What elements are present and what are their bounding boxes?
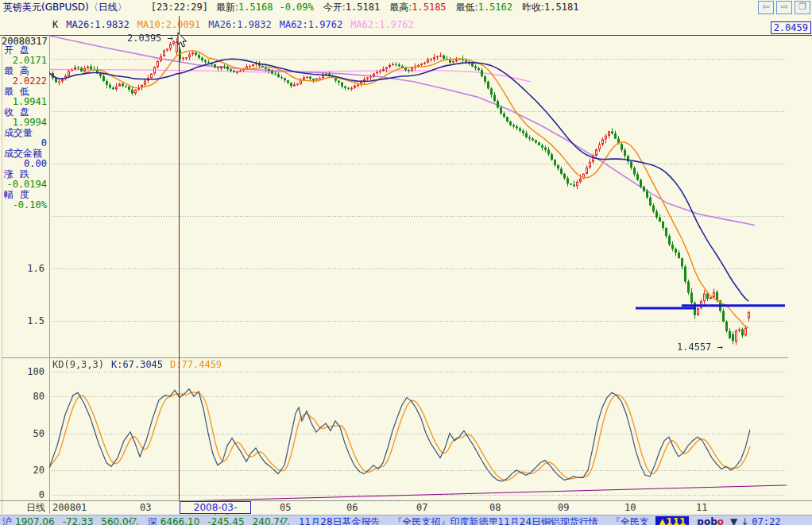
status-item: ↓ — [740, 516, 748, 525]
status-item: 07:22 — [752, 516, 780, 525]
time-axis-bar: 日线 2008010305060708091011 2008-03-17(一) — [0, 500, 812, 515]
kd-legend-item: D:77.4459 — [170, 359, 222, 370]
quote-row: 幅 度-0.10% — [0, 190, 49, 210]
shanghai-index-icon: 沪 — [2, 516, 12, 525]
price-axis-label: 1.5 — [16, 315, 44, 326]
kd-legend-item: K:67.3045 — [111, 359, 163, 370]
legend-item: MA62:1.9762 — [280, 19, 342, 30]
prev-close-label: 昨收: — [522, 1, 544, 14]
low-value: 1.5162 — [478, 1, 512, 14]
peak-price-annotation: 2.0395 → — [127, 33, 173, 44]
kd-axis-label: 100 — [16, 366, 44, 377]
quote-row: 成交金额0.00 — [0, 149, 49, 169]
high-label: 最高: — [389, 1, 412, 14]
low-price-annotation: 1.4557 → — [677, 342, 723, 353]
month-label: 200801 — [52, 502, 87, 514]
quote-row: 成交量0 — [0, 128, 49, 149]
quote-row: 最 低1.9941 — [0, 87, 49, 107]
window-nav-buttons: ⇦⇨❐ — [758, 1, 810, 14]
kd-axis-label: 20 — [16, 465, 44, 476]
low-label: 最低: — [456, 1, 478, 14]
legend-item: MA26:1.9832 — [66, 19, 129, 30]
news-link[interactable]: 『全民支招』印度新德里11月24日铜铝现货行情 — [393, 516, 599, 525]
panel-separator — [2, 357, 788, 358]
clock: [23:22:29] — [151, 1, 208, 14]
price-axis-label: 1.6 — [16, 263, 44, 274]
mouse-cursor-icon — [177, 33, 190, 48]
trading-app-window: 英镑美元(GBPUSD)〈日线〉[23:22:29]最新:1.5168-0.09… — [0, 0, 812, 525]
prev-close-value: 1.5181 — [544, 1, 578, 14]
status-item: -72.33 — [63, 516, 94, 525]
kd-axis-label: 80 — [16, 391, 44, 402]
quote-row: 开 盘2.0171 — [0, 45, 49, 66]
cascade-windows-button[interactable]: ❐ — [795, 1, 810, 14]
legend-item: MA62:1.9762 — [350, 19, 413, 30]
crosshair-date-box: 2008-03-17(一) — [180, 501, 251, 514]
pobo-logo: pobo — [697, 516, 724, 525]
quote-row: 最 高2.0222 — [0, 66, 49, 87]
last-value: 1.5168 — [238, 1, 273, 14]
legend-item: K — [52, 19, 58, 30]
news-link[interactable]: 11月28日基金报告 — [299, 516, 381, 525]
status-item: 560.0亿 — [101, 516, 137, 525]
period-cell[interactable]: 日线 — [0, 501, 49, 515]
open-value: 1.5181 — [346, 1, 380, 14]
month-label: 09 — [558, 502, 569, 514]
kd-indicator-chart[interactable] — [49, 359, 788, 500]
quote-row-value: -0.10% — [0, 200, 49, 210]
month-label: 06 — [346, 502, 358, 514]
status-item: -245.45 — [207, 516, 244, 525]
kd-axis-label: 0 — [16, 489, 44, 500]
kd-indicator-legend: KD(9,3,3)K:67.3045D:77.4459 — [52, 359, 222, 370]
month-label: 07 — [416, 502, 427, 514]
month-label: 10 — [624, 502, 636, 514]
main-candlestick-chart[interactable] — [49, 35, 788, 357]
quote-row: 收 盘1.9994 — [0, 107, 49, 128]
status-item: ▼ — [730, 516, 737, 525]
status-item: 6466.10 — [160, 516, 200, 525]
high-value: 1.5185 — [412, 1, 446, 14]
kd-legend-item: KD(9,3,3) — [52, 359, 104, 370]
ma-legend-row: KMA26:1.9832MA10:2.0091MA26:1.9832MA62:1… — [52, 19, 414, 30]
status-ticker-bar: 沪1907.06-72.33560.0亿深6466.10-245.45240.7… — [0, 515, 812, 525]
instrument-title: 英镑美元(GBPUSD)〈日线〉 — [3, 1, 127, 14]
news-link[interactable]: 『全民支 — [611, 516, 649, 525]
kd-axis-label: 50 — [16, 428, 44, 439]
month-label: 05 — [280, 502, 291, 514]
legend-item: MA26:1.9832 — [208, 19, 271, 30]
scale-top-value: 2.0459 — [771, 21, 811, 34]
month-label: 03 — [140, 502, 151, 514]
status-item: 240.7亿 — [253, 516, 289, 525]
shenzhen-index-icon: 深 — [148, 516, 157, 525]
forward-arrow-button[interactable]: ⇨ — [776, 1, 792, 14]
month-label: 08 — [489, 502, 501, 514]
legend-item: MA10:2.0091 — [137, 19, 200, 30]
change-pct: -0.09% — [279, 1, 313, 14]
last-label: 最新: — [216, 1, 238, 14]
crosshair-vertical-line — [179, 16, 180, 500]
month-label: 11 — [696, 502, 707, 514]
quote-row: 涨 跌-0.0194 — [0, 169, 49, 190]
back-arrow-button[interactable]: ⇦ — [758, 1, 774, 14]
status-item: 1907.06 — [15, 516, 55, 525]
open-label: 今开: — [323, 1, 346, 14]
ticker-count-badge[interactable]: ▲111 — [655, 516, 689, 525]
title-bar: 英镑美元(GBPUSD)〈日线〉[23:22:29]最新:1.5168-0.09… — [0, 0, 812, 14]
